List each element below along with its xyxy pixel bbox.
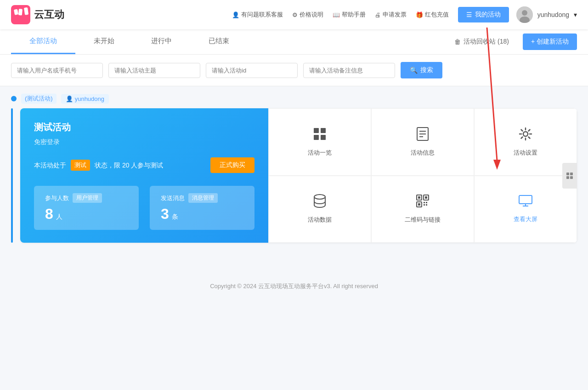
person-icon: 👤 bbox=[232, 11, 239, 18]
trash-icon: 🗑 bbox=[454, 38, 461, 45]
svg-rect-20 bbox=[425, 196, 427, 199]
nav-help[interactable]: 📖 帮助手册 bbox=[333, 11, 366, 19]
activity-tag-label: (测试活动) bbox=[21, 94, 57, 104]
participants-unit: 人 bbox=[56, 213, 62, 221]
status-row: 本活动处于 测试 状态，限 20 人参与测试 正式购买 bbox=[34, 157, 254, 173]
messages-count: 3 bbox=[161, 206, 169, 223]
activity-title: 测试活动 bbox=[34, 121, 254, 134]
book-icon: 📖 bbox=[333, 11, 340, 18]
printer-icon: 🖨 bbox=[375, 11, 381, 18]
action-qrcode[interactable]: 二维码与链接 bbox=[371, 176, 474, 243]
svg-rect-8 bbox=[321, 128, 326, 133]
status-badge: 测试 bbox=[71, 160, 90, 171]
action-info-label: 活动信息 bbox=[411, 149, 435, 157]
search-remark-input[interactable] bbox=[303, 63, 395, 78]
svg-point-16 bbox=[314, 195, 325, 199]
nav-pricing[interactable]: ⚙ 价格说明 bbox=[292, 11, 323, 19]
participants-label-row: 参与人数 用户管理 bbox=[45, 193, 128, 203]
participants-stat: 参与人数 用户管理 8 人 bbox=[34, 186, 139, 230]
message-management-button[interactable]: 消息管理 bbox=[188, 193, 218, 203]
user-management-button[interactable]: 用户管理 bbox=[73, 193, 102, 203]
status-text-suffix: 状态，限 20 人参与测试 bbox=[95, 160, 163, 170]
username-label: yunhudong bbox=[537, 11, 569, 18]
svg-rect-31 bbox=[570, 173, 573, 175]
file-icon bbox=[416, 127, 429, 144]
svg-rect-18 bbox=[418, 196, 420, 199]
svg-rect-27 bbox=[519, 195, 532, 204]
my-activity-button[interactable]: ☰ 我的活动 bbox=[458, 7, 509, 22]
user-tag: 👤 yunhudong bbox=[61, 94, 109, 104]
action-data-label: 活动数据 bbox=[308, 216, 332, 224]
tab-all-activities[interactable]: 全部活动 bbox=[11, 29, 75, 54]
activity-list: (测试活动) 👤 yunhudong 测试活动 免密登录 本活动处于 测试 状态… bbox=[0, 86, 588, 250]
messages-label-row: 发送消息 消息管理 bbox=[161, 193, 243, 203]
tab-ended[interactable]: 已结束 bbox=[190, 29, 248, 54]
side-toggle-button[interactable] bbox=[562, 163, 577, 189]
svg-rect-9 bbox=[314, 135, 319, 140]
action-bigscreen[interactable]: 查看大屏 bbox=[474, 176, 577, 243]
action-settings-label: 活动设置 bbox=[514, 149, 537, 157]
buy-button[interactable]: 正式购买 bbox=[210, 157, 254, 173]
svg-rect-23 bbox=[424, 202, 425, 203]
action-qrcode-label: 二维码与链接 bbox=[405, 216, 441, 224]
recycle-bin-button[interactable]: 🗑 活动回收站 (18) bbox=[448, 34, 515, 50]
action-overview-label: 活动一览 bbox=[308, 149, 332, 157]
create-activity-button[interactable]: + 创建新活动 bbox=[523, 33, 577, 50]
list-icon: ☰ bbox=[466, 11, 472, 18]
header: 云互动 👤 有问题联系客服 ⚙ 价格说明 📖 帮助手册 🖨 申请发票 🎁 红包充… bbox=[0, 0, 588, 29]
search-username-input[interactable] bbox=[11, 63, 103, 78]
action-activity-overview[interactable]: 活动一览 bbox=[268, 108, 371, 176]
activity-card: 测试活动 免密登录 本活动处于 测试 状态，限 20 人参与测试 正式购买 bbox=[20, 108, 577, 243]
database-icon bbox=[313, 194, 326, 211]
footer: Copyright © 2024 云互动现场互动服务平台v3. All righ… bbox=[0, 268, 588, 304]
search-button[interactable]: 🔍 搜索 bbox=[401, 62, 442, 78]
svg-rect-32 bbox=[566, 176, 569, 179]
logo-area: 云互动 bbox=[11, 5, 64, 24]
logo-text: 云互动 bbox=[34, 8, 64, 22]
svg-rect-30 bbox=[566, 173, 569, 175]
left-accent-line bbox=[11, 108, 13, 243]
activity-row-wrapper: 测试活动 免密登录 本活动处于 测试 状态，限 20 人参与测试 正式购买 bbox=[11, 108, 577, 243]
monitor-icon bbox=[518, 195, 533, 211]
avatar-icon bbox=[516, 6, 533, 23]
tab-in-progress[interactable]: 进行中 bbox=[133, 29, 190, 54]
activity-tag-row: (测试活动) 👤 yunhudong bbox=[11, 94, 577, 104]
grid-icon bbox=[313, 127, 327, 144]
nav-recharge[interactable]: 🎁 红包充值 bbox=[416, 11, 449, 19]
messages-unit: 条 bbox=[172, 213, 178, 221]
gear-small-icon: ⚙ bbox=[292, 11, 298, 18]
svg-rect-26 bbox=[426, 204, 427, 206]
nav-links: 👤 有问题联系客服 ⚙ 价格说明 📖 帮助手册 🖨 申请发票 🎁 红包充值 bbox=[232, 11, 449, 19]
tab-not-started[interactable]: 未开始 bbox=[75, 29, 133, 54]
svg-rect-7 bbox=[314, 128, 319, 133]
tabs-bar: 全部活动 未开始 进行中 已结束 🗑 活动回收站 (18) + 创建新活动 bbox=[0, 29, 588, 55]
user-icon: 👤 bbox=[66, 95, 73, 102]
card-left-panel: 测试活动 免密登录 本活动处于 测试 状态，限 20 人参与测试 正式购买 bbox=[20, 108, 268, 243]
card-right-panel: 活动一览 活动信息 bbox=[268, 108, 577, 243]
activity-subtitle: 免密登录 bbox=[34, 138, 254, 146]
dropdown-icon: ▾ bbox=[574, 11, 577, 18]
action-bigscreen-label: 查看大屏 bbox=[514, 215, 537, 223]
svg-point-15 bbox=[523, 132, 528, 136]
avatar bbox=[516, 6, 533, 23]
card-stats: 参与人数 用户管理 8 人 bbox=[34, 186, 254, 230]
qr-icon bbox=[416, 194, 430, 211]
search-bar: 🔍 搜索 bbox=[0, 55, 588, 86]
nav-customer-service[interactable]: 👤 有问题联系客服 bbox=[232, 11, 283, 19]
search-theme-input[interactable] bbox=[108, 63, 200, 78]
gift-icon: 🎁 bbox=[416, 11, 423, 18]
logo-icon bbox=[11, 5, 30, 24]
search-id-input[interactable] bbox=[206, 63, 298, 78]
user-area[interactable]: yunhudong ▾ bbox=[516, 6, 577, 23]
svg-rect-24 bbox=[426, 202, 427, 203]
toggle-icon bbox=[566, 172, 573, 179]
nav-invoice[interactable]: 🖨 申请发票 bbox=[375, 11, 407, 19]
settings-gear-icon bbox=[519, 127, 532, 144]
status-text-prefix: 本活动处于 bbox=[34, 160, 66, 170]
svg-rect-2 bbox=[18, 9, 23, 16]
action-activity-settings[interactable]: 活动设置 bbox=[474, 108, 577, 176]
status-dot bbox=[11, 96, 17, 101]
action-activity-info[interactable]: 活动信息 bbox=[371, 108, 474, 176]
search-icon: 🔍 bbox=[410, 67, 418, 74]
action-activity-data[interactable]: 活动数据 bbox=[268, 176, 371, 243]
